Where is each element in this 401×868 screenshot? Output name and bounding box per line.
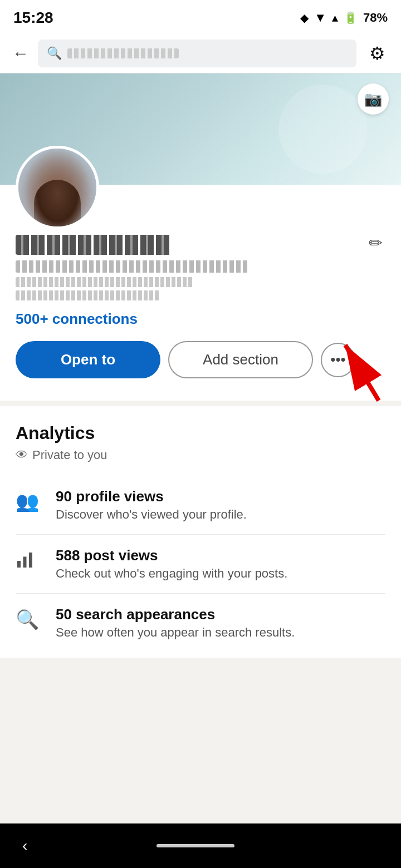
more-options-button[interactable]: ••• (321, 343, 355, 377)
analytics-desc-2: See how often you appear in search resul… (56, 625, 385, 640)
cellular-icon: ▴ (332, 11, 338, 25)
profile-headline-blur (16, 260, 250, 273)
analytics-item-2[interactable]: 🔍50 search appearancesSee how often you … (16, 594, 385, 652)
back-button[interactable]: ← (10, 42, 31, 65)
status-time: 15:28 (13, 9, 53, 27)
avatar (16, 146, 99, 229)
search-text-blur (67, 48, 179, 58)
wifi-icon: ▼ (314, 11, 326, 25)
search-icon: 🔍 (47, 46, 62, 61)
bottom-back-button[interactable]: ‹ (22, 837, 27, 855)
analytics-item-text-0: 90 profile viewsDiscover who's viewed yo… (56, 488, 385, 522)
bottom-nav: ‹ (0, 823, 401, 868)
svg-rect-3 (23, 557, 27, 568)
avatar-face (18, 149, 96, 226)
svg-rect-2 (17, 561, 21, 568)
eye-icon: 👁 (16, 448, 28, 462)
battery-text: 78% (363, 11, 388, 25)
analytics-private-label: 👁 Private to you (16, 448, 385, 462)
edit-cover-button[interactable]: 📷 (358, 83, 389, 115)
avatar-wrapper (16, 146, 99, 229)
analytics-item-icon-1 (16, 547, 43, 574)
analytics-item-0[interactable]: 👥90 profile viewsDiscover who's viewed y… (16, 476, 385, 535)
signal-icon: ◆ (300, 11, 309, 24)
search-box[interactable]: 🔍 (38, 40, 356, 67)
profile-name-blur (16, 235, 172, 255)
analytics-title: Analytics (16, 423, 385, 443)
profile-location-line1 (16, 277, 194, 287)
private-label-text: Private to you (32, 448, 107, 462)
section-divider (0, 401, 401, 406)
profile-section: ✏ 500+ connections Open to Add section •… (0, 185, 401, 401)
analytics-desc-1: Check out who's engaging with your posts… (56, 566, 385, 581)
action-buttons: Open to Add section ••• (0, 341, 401, 389)
open-to-button[interactable]: Open to (16, 341, 160, 378)
svg-rect-4 (29, 553, 32, 568)
pencil-icon: ✏ (369, 233, 383, 253)
analytics-section: Analytics 👁 Private to you 👥90 profile v… (0, 406, 401, 658)
camera-icon: 📷 (364, 91, 382, 108)
edit-profile-button[interactable]: ✏ (362, 229, 389, 256)
profile-location-line2 (16, 290, 160, 300)
settings-button[interactable]: ⚙ (363, 40, 391, 67)
analytics-item-icon-0: 👥 (16, 488, 43, 512)
battery-icon: 🔋 (344, 11, 358, 24)
connections-count[interactable]: 500+ connections (16, 310, 385, 328)
analytics-item-1[interactable]: 588 post viewsCheck out who's engaging w… (16, 535, 385, 594)
analytics-item-icon-2: 🔍 (16, 606, 43, 630)
status-bar: 15:28 ◆ ▼ ▴ 🔋 78% (0, 0, 401, 33)
analytics-items: 👥90 profile viewsDiscover who's viewed y… (16, 476, 385, 652)
analytics-stat-2: 50 search appearances (56, 606, 385, 623)
analytics-icon-1 (16, 549, 36, 574)
nav-bar: ← 🔍 ⚙ (0, 33, 401, 73)
gear-icon: ⚙ (369, 43, 385, 64)
add-section-button[interactable]: Add section (168, 341, 313, 378)
cover-decoration (278, 85, 368, 174)
status-icons: ◆ ▼ ▴ 🔋 78% (300, 11, 388, 25)
analytics-icon-2: 🔍 (16, 608, 39, 630)
analytics-desc-0: Discover who's viewed your profile. (56, 507, 385, 522)
home-indicator[interactable] (157, 844, 234, 847)
analytics-item-text-2: 50 search appearancesSee how often you a… (56, 606, 385, 640)
analytics-item-text-1: 588 post viewsCheck out who's engaging w… (56, 547, 385, 581)
analytics-stat-1: 588 post views (56, 547, 385, 564)
analytics-icon-0: 👥 (16, 490, 39, 512)
more-dots-icon: ••• (330, 351, 345, 368)
analytics-stat-0: 90 profile views (56, 488, 385, 505)
